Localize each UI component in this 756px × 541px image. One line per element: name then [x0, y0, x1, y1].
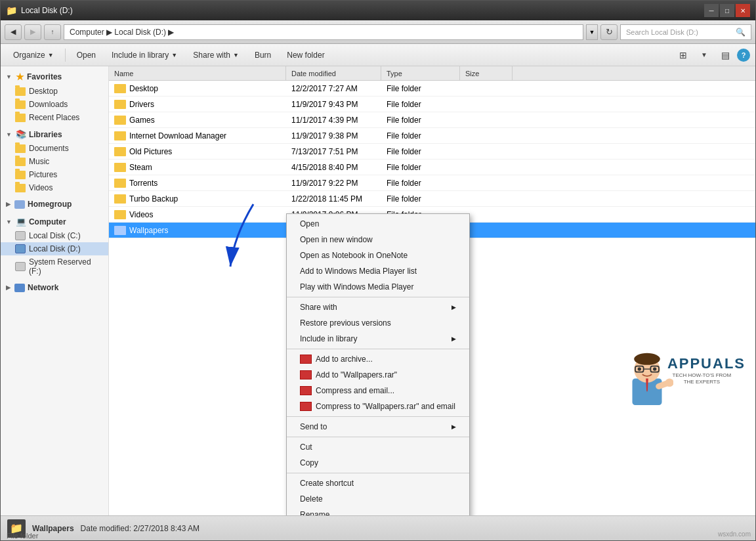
- table-row[interactable]: Drivers 11/9/2017 9:43 PM File folder: [109, 97, 755, 112]
- ctx-open[interactable]: Open: [287, 216, 469, 232]
- sidebar-item-pictures-label: Pictures: [29, 170, 57, 179]
- preview-pane-button[interactable]: ▤: [716, 47, 734, 64]
- address-dropdown-button[interactable]: ▼: [586, 24, 598, 40]
- col-header-date[interactable]: Date modified: [286, 66, 381, 80]
- sidebar-item-local-disk-c[interactable]: Local Disk (C:): [1, 229, 108, 242]
- ctx-delete[interactable]: Delete: [287, 491, 469, 507]
- ctx-add-archive-left: Add to archive...: [300, 355, 373, 364]
- ctx-open-onenote[interactable]: Open as Notebook in OneNote: [287, 248, 469, 263]
- sidebar-item-local-disk-d-label: Local Disk (D:): [29, 244, 81, 253]
- network-icon: [14, 284, 25, 292]
- col-header-name[interactable]: Name: [109, 66, 286, 80]
- ctx-cut[interactable]: Cut: [287, 439, 469, 455]
- ctx-compress-rar-email[interactable]: Compress to "Wallpapers.rar" and email: [287, 399, 469, 414]
- sidebar-item-pictures[interactable]: Pictures: [1, 168, 108, 181]
- sidebar-item-downloads[interactable]: Downloads: [1, 98, 108, 111]
- refresh-button[interactable]: ↻: [600, 24, 618, 40]
- table-row[interactable]: Torrents 11/9/2017 9:22 PM File folder: [109, 175, 755, 191]
- sidebar-item-music[interactable]: Music: [1, 155, 108, 168]
- sidebar-item-videos-label: Videos: [29, 183, 52, 192]
- favorites-header[interactable]: ▼ ★ Favorites: [1, 69, 108, 85]
- search-box[interactable]: Search Local Disk (D:) 🔍: [620, 24, 751, 40]
- homegroup-header[interactable]: ▶ Homegroup: [1, 197, 108, 211]
- table-row[interactable]: Steam 4/15/2018 8:40 PM File folder: [109, 160, 755, 175]
- ctx-open-new-window[interactable]: Open in new window: [287, 232, 469, 248]
- status-name: Wallpapers: [32, 524, 74, 533]
- sidebar-item-local-disk-d[interactable]: Local Disk (D:): [1, 242, 108, 255]
- burn-button[interactable]: Burn: [247, 47, 278, 64]
- sidebar-item-recent-places[interactable]: Recent Places: [1, 111, 108, 124]
- status-bar: 📁 Wallpapers Date modified: 2/27/2018 8:…: [1, 515, 755, 540]
- table-row[interactable]: Games 11/1/2017 4:39 PM File folder: [109, 112, 755, 128]
- file-type-desktop: File folder: [381, 84, 460, 93]
- ctx-add-wallpapers-rar[interactable]: Add to "Wallpapers.rar": [287, 367, 469, 383]
- new-folder-label: New folder: [287, 51, 324, 60]
- ctx-share-with[interactable]: Share with: [287, 299, 469, 315]
- sidebar-item-music-label: Music: [29, 157, 49, 166]
- sidebar-item-desktop[interactable]: Desktop: [1, 85, 108, 98]
- ctx-include-library[interactable]: Include in library: [287, 331, 469, 347]
- col-header-type[interactable]: Type: [381, 66, 460, 80]
- include-library-button[interactable]: Include in library ▼: [104, 47, 184, 64]
- ctx-copy[interactable]: Copy: [287, 455, 469, 471]
- toolbar-separator-1: [65, 49, 66, 62]
- main-area: ▼ ★ Favorites Desktop Downloads Recent P…: [1, 66, 755, 515]
- homegroup-icon: [14, 200, 25, 209]
- libraries-header[interactable]: ▼ 📚 Libraries: [1, 127, 108, 142]
- sidebar-item-recent-places-label: Recent Places: [29, 113, 79, 122]
- table-row[interactable]: Desktop 12/2/2017 7:27 AM File folder: [109, 81, 755, 97]
- network-header[interactable]: ▶ Network: [1, 280, 108, 295]
- ctx-delete-label: Delete: [300, 494, 323, 504]
- ctx-compress-email[interactable]: Compress and email...: [287, 383, 469, 399]
- organize-button[interactable]: Organize ▼: [6, 47, 61, 64]
- computer-header[interactable]: ▼ 💻 Computer: [1, 214, 108, 229]
- title-bar-left: 📁 Local Disk (D:): [6, 5, 73, 16]
- close-button[interactable]: ✕: [736, 4, 750, 17]
- sidebar-item-documents[interactable]: Documents: [1, 142, 108, 155]
- ctx-rename[interactable]: Rename: [287, 507, 469, 515]
- ctx-play-wmp-label: Play with Windows Media Player: [300, 282, 413, 292]
- new-folder-button[interactable]: New folder: [280, 47, 331, 64]
- file-date-torrents: 11/9/2017 9:22 PM: [286, 179, 381, 188]
- favorites-label: Favorites: [27, 72, 62, 81]
- libraries-lib-icon: 📚: [16, 129, 26, 139]
- table-row[interactable]: Internet Download Manager 11/9/2017 9:38…: [109, 128, 755, 144]
- ctx-add-archive[interactable]: Add to archive...: [287, 351, 469, 367]
- address-field[interactable]: Computer ▶ Local Disk (D:) ▶: [64, 24, 583, 40]
- libraries-section: ▼ 📚 Libraries Documents Music Pictures: [1, 127, 108, 194]
- ctx-add-wmp-list[interactable]: Add to Windows Media Player list: [287, 263, 469, 279]
- homegroup-section: ▶ Homegroup: [1, 197, 108, 211]
- sidebar-item-system-reserved[interactable]: System Reserved (F:): [1, 255, 108, 278]
- back-button[interactable]: ◀: [5, 24, 22, 40]
- folder-icon-drivers: [114, 100, 126, 109]
- col-header-size[interactable]: Size: [460, 66, 513, 80]
- sidebar: ▼ ★ Favorites Desktop Downloads Recent P…: [1, 66, 109, 515]
- appuals-character-svg: [621, 352, 673, 411]
- forward-button[interactable]: ▶: [24, 24, 41, 40]
- maximize-button[interactable]: □: [720, 4, 734, 17]
- view-dropdown-button[interactable]: ▼: [695, 47, 713, 64]
- sidebar-item-documents-label: Documents: [29, 144, 69, 153]
- up-button[interactable]: ↑: [44, 24, 61, 40]
- help-button[interactable]: ?: [737, 49, 750, 62]
- share-with-button[interactable]: Share with ▼: [186, 47, 246, 64]
- table-row[interactable]: Turbo Backup 1/22/2018 11:45 PM File fol…: [109, 191, 755, 207]
- view-options-button[interactable]: ⊞: [674, 47, 692, 64]
- minimize-button[interactable]: ─: [704, 4, 719, 17]
- computer-section: ▼ 💻 Computer Local Disk (C:) Local Disk …: [1, 214, 108, 278]
- network-label: Network: [28, 283, 58, 292]
- ctx-copy-label: Copy: [300, 458, 318, 467]
- ctx-share-with-label: Share with: [300, 303, 337, 312]
- open-button[interactable]: Open: [70, 47, 103, 64]
- ctx-send-to[interactable]: Send to: [287, 419, 469, 435]
- ctx-create-shortcut-label: Create shortcut: [300, 479, 354, 488]
- title-bar-controls: ─ □ ✕: [704, 4, 750, 17]
- ctx-restore-prev[interactable]: Restore previous versions: [287, 315, 469, 331]
- file-type-torrents: File folder: [381, 179, 460, 188]
- ctx-create-shortcut[interactable]: Create shortcut: [287, 475, 469, 491]
- ctx-play-wmp[interactable]: Play with Windows Media Player: [287, 279, 469, 295]
- downloads-folder-icon: [15, 100, 26, 109]
- sidebar-item-videos[interactable]: Videos: [1, 181, 108, 194]
- ctx-separator-1: [287, 297, 469, 297]
- table-row[interactable]: Old Pictures 7/13/2017 7:51 PM File fold…: [109, 144, 755, 160]
